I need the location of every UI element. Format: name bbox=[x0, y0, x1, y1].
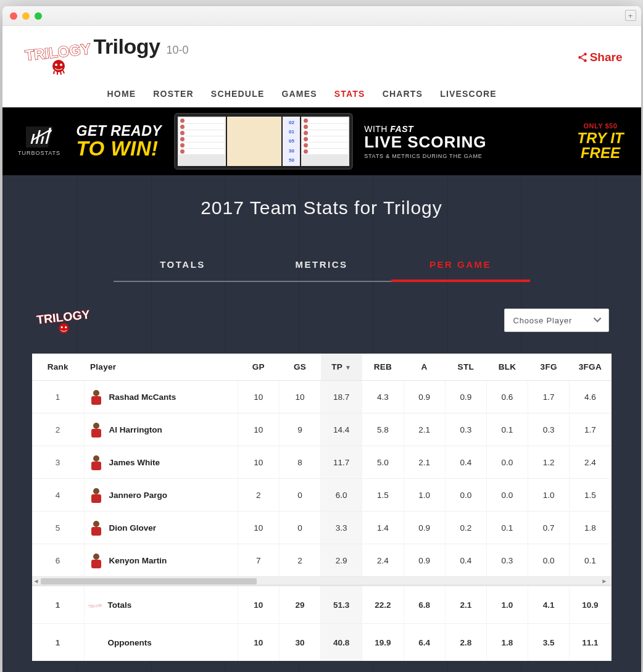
nav-stats[interactable]: STATS bbox=[334, 89, 365, 99]
col-reb[interactable]: REB bbox=[362, 354, 404, 381]
cell-stat: 5.0 bbox=[362, 446, 404, 479]
cell-stat: 0.9 bbox=[445, 381, 486, 413]
cell-stat: 0.3 bbox=[486, 544, 528, 577]
nav-home[interactable]: HOME bbox=[107, 89, 136, 99]
svg-point-2 bbox=[55, 64, 57, 66]
window-minimize-button[interactable] bbox=[22, 12, 30, 20]
table-row[interactable]: 4Jannero Pargo206.01.51.00.00.01.01.5 bbox=[32, 479, 612, 512]
cell-stat: 0 bbox=[279, 512, 320, 544]
tab-per-game[interactable]: PER GAME bbox=[391, 252, 530, 282]
col-blk[interactable]: BLK bbox=[486, 354, 528, 381]
window-titlebar: + bbox=[2, 6, 641, 26]
promo-banner[interactable]: TURBOSTATS GET READY TO WIN! 0201053050 … bbox=[2, 107, 641, 175]
svg-point-9 bbox=[59, 323, 68, 333]
cell-stat: 18.7 bbox=[321, 381, 362, 413]
col-gs[interactable]: GS bbox=[279, 354, 320, 381]
cell-stat: 1.0 bbox=[528, 479, 570, 512]
col-rank[interactable]: Rank bbox=[32, 354, 85, 381]
banner-headline-left: GET READY TO WIN! bbox=[77, 123, 162, 160]
svg-rect-21 bbox=[91, 527, 101, 536]
cell-stat: 1.5 bbox=[362, 479, 404, 512]
svg-point-16 bbox=[93, 455, 99, 462]
banner-cta[interactable]: ONLY $50 TRY ITFREE bbox=[577, 122, 623, 160]
col-3fga[interactable]: 3FGA bbox=[570, 354, 611, 381]
svg-point-3 bbox=[60, 64, 62, 66]
svg-text:TRILOGY: TRILOGY bbox=[88, 603, 102, 608]
share-button[interactable]: Share bbox=[577, 51, 623, 64]
player-select[interactable]: Choose Player bbox=[504, 309, 609, 332]
stats-tabs: TOTALSMETRICSPER GAME bbox=[32, 252, 612, 282]
cell-stat: 2.4 bbox=[570, 446, 611, 479]
svg-point-11 bbox=[65, 326, 67, 328]
cell-stat: 2 bbox=[279, 544, 320, 577]
nav-games[interactable]: GAMES bbox=[281, 89, 317, 99]
svg-point-14 bbox=[93, 423, 99, 429]
team-name: Trilogy bbox=[94, 35, 160, 59]
svg-point-10 bbox=[60, 326, 62, 328]
cell-rank: 5 bbox=[32, 512, 85, 544]
cell-stat: 10 bbox=[279, 381, 320, 413]
cell-player[interactable]: Al Harrington bbox=[84, 413, 238, 446]
cell-stat: 2 bbox=[238, 479, 279, 512]
nav-charts[interactable]: CHARTS bbox=[383, 89, 423, 99]
col-gp[interactable]: GP bbox=[238, 354, 279, 381]
cell-stat: 2.1 bbox=[404, 446, 445, 479]
share-icon bbox=[577, 52, 588, 63]
banner-tablet-graphic: 0201053050 bbox=[174, 113, 353, 170]
cell-stat: 11.7 bbox=[321, 446, 362, 479]
tab-totals[interactable]: TOTALS bbox=[114, 252, 252, 282]
cell-player[interactable]: Jannero Pargo bbox=[84, 479, 238, 512]
cell-stat: 0.4 bbox=[445, 446, 486, 479]
col-3fg[interactable]: 3FG bbox=[528, 354, 570, 381]
scrollbar-thumb[interactable] bbox=[41, 578, 257, 584]
table-row[interactable]: 3James White10811.75.02.10.40.01.22.4 bbox=[32, 446, 612, 479]
cell-player[interactable]: Rashad McCants bbox=[84, 381, 238, 413]
tab-metrics[interactable]: METRICS bbox=[252, 252, 391, 282]
horizontal-scrollbar[interactable]: ◄ ► bbox=[32, 576, 612, 585]
table-row[interactable]: 5Dion Glover1003.31.40.90.20.10.71.8 bbox=[32, 512, 612, 544]
cell-rank: 1 bbox=[32, 381, 85, 413]
cell-player[interactable]: James White bbox=[84, 446, 238, 479]
cell-stat: 0.3 bbox=[528, 413, 570, 446]
nav-roster[interactable]: ROSTER bbox=[153, 89, 194, 99]
svg-point-20 bbox=[93, 521, 99, 527]
cell-stat: 0.1 bbox=[570, 544, 611, 577]
table-row[interactable]: 6Kenyon Martin722.92.40.90.40.30.00.1 bbox=[32, 544, 612, 577]
cell-stat: 10 bbox=[238, 512, 279, 544]
window-maximize-button[interactable] bbox=[35, 12, 42, 20]
cell-stat: 1.0 bbox=[404, 479, 445, 512]
cell-rank: 4 bbox=[32, 479, 85, 512]
cell-stat: 6.0 bbox=[321, 479, 362, 512]
cell-stat: 2.1 bbox=[404, 413, 445, 446]
cell-player[interactable]: Kenyon Martin bbox=[84, 544, 238, 577]
cell-stat: 2.4 bbox=[362, 544, 404, 577]
col-stl[interactable]: STL bbox=[445, 354, 486, 381]
new-tab-button[interactable]: + bbox=[625, 10, 636, 21]
cell-stat: 1.7 bbox=[570, 413, 611, 446]
cell-stat: 10 bbox=[238, 413, 279, 446]
nav-schedule[interactable]: SCHEDULE bbox=[211, 89, 265, 99]
svg-rect-15 bbox=[91, 429, 101, 438]
table-row[interactable]: 1Rashad McCants101018.74.30.90.90.61.74.… bbox=[32, 381, 612, 413]
table-row[interactable]: 2Al Harrington10914.45.82.10.30.10.31.7 bbox=[32, 413, 612, 446]
col-a[interactable]: A bbox=[404, 354, 445, 381]
nav-livescore[interactable]: LIVESCORE bbox=[440, 89, 497, 99]
summary-row: 1TRILOGYTotals102951.322.26.82.11.04.110… bbox=[32, 586, 612, 624]
scroll-left-icon[interactable]: ◄ bbox=[33, 578, 39, 584]
col-tp[interactable]: TP▼ bbox=[321, 354, 362, 381]
col-player[interactable]: Player bbox=[84, 354, 238, 381]
svg-point-12 bbox=[93, 390, 99, 396]
page-header: TRILOGY Trilogy 10-0 Share bbox=[2, 26, 641, 78]
svg-rect-19 bbox=[91, 494, 101, 503]
svg-rect-23 bbox=[91, 560, 101, 568]
cell-stat: 10 bbox=[238, 446, 279, 479]
cell-player[interactable]: Dion Glover bbox=[84, 512, 238, 544]
team-record: 10-0 bbox=[166, 44, 188, 57]
cell-stat: 1.5 bbox=[570, 479, 611, 512]
cell-stat: 0.1 bbox=[486, 512, 528, 544]
window-close-button[interactable] bbox=[10, 12, 17, 20]
share-label: Share bbox=[590, 51, 623, 64]
cell-stat: 2.9 bbox=[321, 544, 362, 577]
stats-table: RankPlayerGPGSTP▼REBASTLBLK3FG3FGA 1Rash… bbox=[32, 354, 612, 661]
scroll-right-icon[interactable]: ► bbox=[602, 578, 608, 584]
